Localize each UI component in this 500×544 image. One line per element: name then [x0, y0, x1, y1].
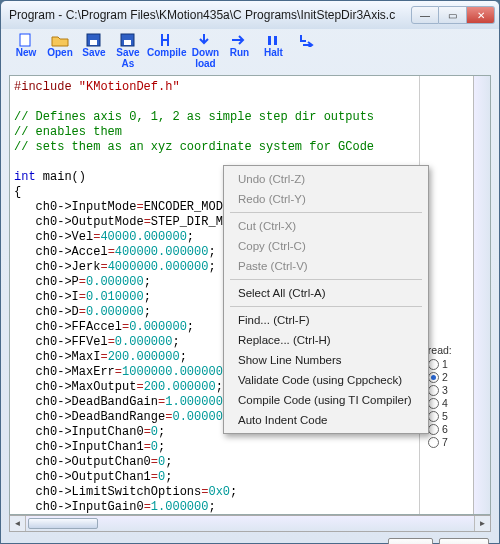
- context-menu: Undo (Ctrl-Z) Redo (Ctrl-Y) Cut (Ctrl-X)…: [223, 165, 429, 434]
- scroll-thumb[interactable]: [28, 518, 98, 529]
- menu-auto-indent[interactable]: Auto Indent Code: [226, 410, 426, 430]
- download-icon: [196, 33, 214, 47]
- thread-radio-4[interactable]: 4: [428, 397, 471, 409]
- saveas-button[interactable]: SaveAs: [113, 33, 143, 69]
- titlebar[interactable]: Program - C:\Program Files\KMotion435a\C…: [1, 1, 499, 29]
- compile-icon: [158, 33, 176, 47]
- radio-label: 7: [442, 436, 448, 448]
- svg-rect-0: [20, 34, 30, 46]
- radio-label: 2: [442, 371, 448, 383]
- scroll-right-icon[interactable]: ►: [474, 516, 490, 531]
- maximize-button[interactable]: ▭: [439, 6, 467, 24]
- new-button[interactable]: New: [11, 33, 41, 59]
- save-icon: [85, 33, 103, 47]
- open-icon: [51, 33, 69, 47]
- menu-copy[interactable]: Copy (Ctrl-C): [226, 236, 426, 256]
- window-title: Program - C:\Program Files\KMotion435a\C…: [9, 8, 411, 22]
- thread-radio-2[interactable]: 2: [428, 371, 471, 383]
- radio-icon: [428, 411, 439, 422]
- vertical-scrollbar[interactable]: [473, 76, 490, 514]
- menu-select-all[interactable]: Select All (Ctrl-A): [226, 283, 426, 303]
- svg-rect-6: [274, 36, 277, 45]
- horizontal-scrollbar[interactable]: ◄ ►: [9, 515, 491, 532]
- radio-label: 5: [442, 410, 448, 422]
- thread-label: hread:: [422, 344, 471, 356]
- menu-separator: [230, 279, 422, 280]
- thread-radio-6[interactable]: 6: [428, 423, 471, 435]
- run-button[interactable]: Run: [224, 33, 254, 59]
- radio-icon: [428, 424, 439, 435]
- radio-label: 1: [442, 358, 448, 370]
- download-button[interactable]: Download: [190, 33, 220, 69]
- menu-line-numbers[interactable]: Show Line Numbers: [226, 350, 426, 370]
- svg-rect-4: [124, 40, 131, 45]
- toolbar: New Open Save SaveAs Compile Download Ru…: [1, 29, 499, 71]
- radio-icon: [428, 437, 439, 448]
- menu-separator: [230, 212, 422, 213]
- menu-separator: [230, 306, 422, 307]
- help-button[interactable]: Help: [388, 538, 433, 544]
- radio-icon: [428, 385, 439, 396]
- radio-icon: [428, 372, 439, 383]
- menu-undo[interactable]: Undo (Ctrl-Z): [226, 169, 426, 189]
- open-button[interactable]: Open: [45, 33, 75, 59]
- radio-icon: [428, 398, 439, 409]
- menu-paste[interactable]: Paste (Ctrl-V): [226, 256, 426, 276]
- thread-radio-5[interactable]: 5: [428, 410, 471, 422]
- halt-button[interactable]: Halt: [258, 33, 288, 59]
- svg-rect-5: [268, 36, 271, 45]
- program-window: Program - C:\Program Files\KMotion435a\C…: [0, 0, 500, 544]
- menu-replace[interactable]: Replace... (Ctrl-H): [226, 330, 426, 350]
- menu-find[interactable]: Find... (Ctrl-F): [226, 310, 426, 330]
- radio-label: 3: [442, 384, 448, 396]
- run-icon: [230, 33, 248, 47]
- compile-button[interactable]: Compile: [147, 33, 186, 59]
- minimize-button[interactable]: —: [411, 6, 439, 24]
- halt-icon: [264, 33, 282, 47]
- thread-radio-1[interactable]: 1: [428, 358, 471, 370]
- svg-rect-2: [90, 40, 97, 45]
- menu-validate[interactable]: Validate Code (using Cppcheck): [226, 370, 426, 390]
- menu-cut[interactable]: Cut (Ctrl-X): [226, 216, 426, 236]
- close-button[interactable]: ✕: [467, 6, 495, 24]
- radio-icon: [428, 359, 439, 370]
- save-button[interactable]: Save: [79, 33, 109, 59]
- radio-label: 6: [442, 423, 448, 435]
- menu-redo[interactable]: Redo (Ctrl-Y): [226, 189, 426, 209]
- close-dialog-button[interactable]: Close: [439, 538, 489, 544]
- thread-radio-3[interactable]: 3: [428, 384, 471, 396]
- thread-radio-7[interactable]: 7: [428, 436, 471, 448]
- scroll-left-icon[interactable]: ◄: [10, 516, 26, 531]
- saveas-icon: [119, 33, 137, 47]
- radio-label: 4: [442, 397, 448, 409]
- window-buttons: — ▭ ✕: [411, 6, 495, 24]
- step-button[interactable]: [292, 33, 322, 48]
- footer: Help Close: [1, 532, 499, 544]
- step-icon: [298, 33, 316, 47]
- new-icon: [17, 33, 35, 47]
- menu-compile[interactable]: Compile Code (using TI Compiler): [226, 390, 426, 410]
